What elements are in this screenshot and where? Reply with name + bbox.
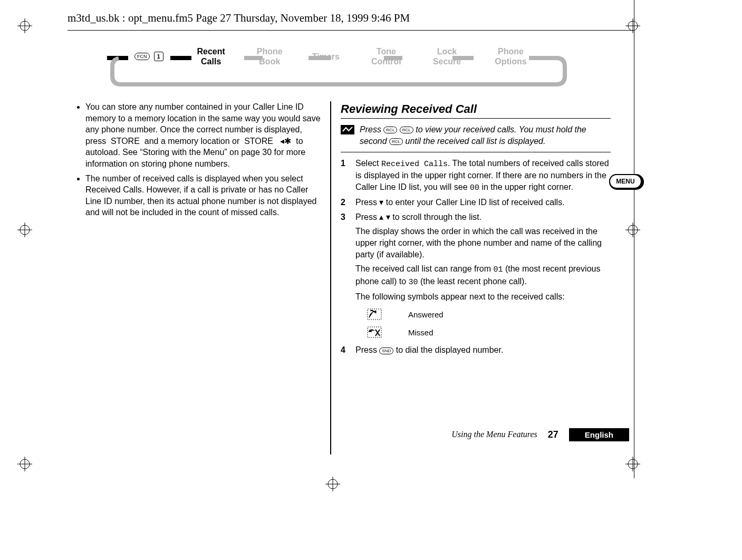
side-tab-label: MENU bbox=[616, 178, 634, 185]
answered-call-icon bbox=[367, 308, 382, 320]
footer-section-name: Using the Menu Features bbox=[451, 430, 537, 439]
step-2: Press ▾ to enter your Caller Line ID lis… bbox=[341, 197, 611, 208]
nav-item-recent-calls: RecentCalls bbox=[197, 46, 225, 66]
nav-item-phone-options: PhoneOptions bbox=[495, 46, 526, 66]
content-columns: You can store any number contained in yo… bbox=[68, 101, 619, 381]
nav-item-tone-control: ToneControl bbox=[371, 46, 401, 66]
section-title: Reviewing Received Call bbox=[341, 102, 611, 116]
page-footer: Using the Menu Features 27 English bbox=[0, 427, 742, 442]
side-tab-menu: MENU bbox=[609, 174, 642, 189]
rcl-key-icon: RCL bbox=[389, 138, 403, 145]
registration-mark-icon bbox=[17, 457, 32, 471]
fcn-key-icon: FCN bbox=[134, 53, 150, 60]
registration-mark-icon bbox=[17, 223, 32, 237]
step-1: Select Received Calls. The total numbers… bbox=[341, 158, 611, 194]
header-bar: m3td_us.bk : opt_menu.fm5 Page 27 Thursd… bbox=[68, 0, 633, 31]
bullet-received-calls-count: The number of received calls is displaye… bbox=[85, 173, 322, 218]
steps-list-continued: Press SND to dial the displayed number. bbox=[341, 344, 611, 356]
registration-mark-icon bbox=[625, 223, 640, 237]
footer-page-number: 27 bbox=[548, 429, 558, 440]
symbol-legend: Answered Missed bbox=[367, 308, 611, 338]
step-4: Press SND to dial the displayed number. bbox=[341, 344, 611, 356]
symbol-answered-row: Answered bbox=[367, 308, 611, 320]
symbol-answered-label: Answered bbox=[408, 310, 444, 319]
missed-call-icon bbox=[367, 326, 382, 338]
symbol-missed-label: Missed bbox=[408, 328, 433, 337]
svg-rect-3 bbox=[368, 309, 381, 320]
step-3: Press ▴ ▾ to scroll through the list. bbox=[341, 211, 611, 223]
paragraph-symbols-intro: The following symbols appear next to the… bbox=[355, 291, 611, 303]
registration-mark-icon bbox=[325, 477, 340, 491]
one-key-icon: 1 bbox=[154, 52, 163, 61]
tip-text: Press RCL RCL to view your received call… bbox=[360, 124, 611, 147]
column-divider bbox=[330, 101, 331, 455]
snd-key-icon: SND bbox=[379, 347, 393, 354]
right-column: Reviewing Received Call Press RCL RCL to… bbox=[331, 101, 611, 381]
nav-item-lock-secure: LockSecure bbox=[433, 46, 461, 66]
section-rule bbox=[341, 118, 611, 119]
steps-list: Select Received Calls. The total numbers… bbox=[341, 158, 611, 223]
tip-note: Press RCL RCL to view your received call… bbox=[341, 124, 611, 147]
menu-navigation-graphic: FCN 1 RecentCalls PhoneBook Timers ToneC… bbox=[107, 43, 570, 91]
document-path: m3td_us.bk : opt_menu.fm5 Page 27 Thursd… bbox=[68, 12, 410, 25]
nav-item-timers: Timers bbox=[312, 52, 340, 62]
rcl-key-icon: RCL bbox=[383, 127, 397, 133]
left-column: You can store any number contained in yo… bbox=[68, 101, 331, 381]
tip-underline bbox=[341, 152, 611, 152]
paragraph-range: The received call list can range from 01… bbox=[355, 263, 611, 288]
paragraph-display-order: The display shows the order in which the… bbox=[355, 226, 611, 260]
registration-mark-icon bbox=[17, 18, 32, 33]
symbol-missed-row: Missed bbox=[367, 326, 611, 338]
footer-language-badge: English bbox=[569, 428, 629, 441]
rcl-key-icon: RCL bbox=[400, 127, 413, 133]
registration-mark-icon bbox=[625, 457, 640, 471]
page-right-rule bbox=[634, 0, 634, 478]
bullet-store-number: You can store any number contained in yo… bbox=[85, 101, 322, 170]
tip-icon bbox=[341, 125, 354, 134]
nav-item-phone-book: PhoneBook bbox=[257, 46, 283, 66]
